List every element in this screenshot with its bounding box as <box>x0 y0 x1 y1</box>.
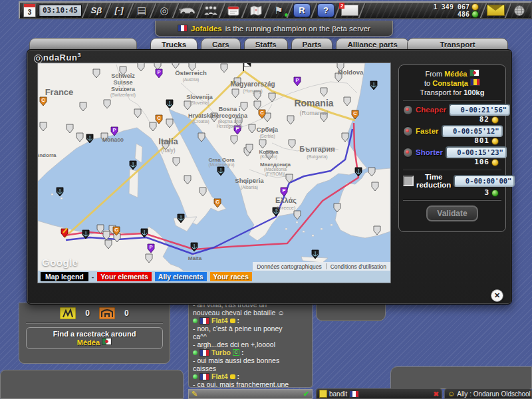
calendar-icon[interactable] <box>225 3 241 18</box>
toolbar-separator <box>82 3 89 18</box>
country-label: Schweiz <box>111 72 135 79</box>
time-reduction-checkbox[interactable] <box>403 176 414 186</box>
ledger-icon[interactable]: ▤ <box>134 3 150 18</box>
radio-faster[interactable] <box>403 126 413 136</box>
stats-icon[interactable]: Sβ <box>88 3 104 18</box>
records-icon[interactable]: R <box>293 3 311 17</box>
bubble-badge-icon <box>230 319 235 323</box>
reduction-cost-line: 3 <box>403 189 501 197</box>
divider <box>403 169 501 170</box>
bandit-chat-bar[interactable]: bandit ✖ <box>316 388 442 399</box>
golf-flag-icon[interactable]: ⚑ <box>271 3 287 18</box>
country-sublabel: (Bulgaria) <box>307 154 327 160</box>
map-canvas[interactable]: CCCCCCPPPPPP⚓⚓⚓⚓⚓⚓⚓⚓⚓⚓⚓⚓⚓FranceSchweizSu… <box>38 63 390 271</box>
country-label: Ελλάς <box>275 196 297 205</box>
cheaper-time-display: 0-00:21'56" <box>449 104 510 116</box>
race-car-icon[interactable] <box>179 3 196 18</box>
country-label: Shqipëria <box>235 177 264 184</box>
map[interactable]: CCCCCCPPPPPP⚓⚓⚓⚓⚓⚓⚓⚓⚓⚓⚓⚓⚓FranceSchweizSu… <box>37 63 391 283</box>
notes-icon[interactable]: 2 <box>341 5 358 16</box>
island <box>61 198 63 200</box>
map-attribution: Données cartographiques Conditions d'uti… <box>253 262 390 271</box>
chat-panel[interactable]: - ah voilà, t'as trouvé unnouveau cheval… <box>188 299 313 388</box>
transport-header: From Médéa to Constanţa Transport for 10… <box>403 69 501 97</box>
svg-text:⚓: ⚓ <box>87 135 93 141</box>
green-coin-icon <box>491 190 499 197</box>
svg-text:C: C <box>215 199 219 205</box>
globe-icon[interactable] <box>511 3 527 18</box>
gold-coin-icon <box>471 3 479 11</box>
from-city: Médéa <box>444 70 467 78</box>
svg-text:⚓: ⚓ <box>178 215 184 221</box>
news-banner: Jofaldes is the running champion on the … <box>155 21 393 37</box>
wheel-icon[interactable]: ◎ <box>156 3 172 18</box>
find-racetrack-button[interactable]: Find a racetrack around Médéa <box>26 327 163 349</box>
country-label: Србија <box>257 126 279 133</box>
ally-chat-bar[interactable]: ☺ Ally : Ondarun Oldschool <box>444 388 532 399</box>
mail-icon[interactable] <box>487 5 505 16</box>
toolbar-separator <box>219 3 226 18</box>
time-reduction-row: Time reduction 0-00:00'00" <box>403 173 501 189</box>
country-label: Hercegovina <box>211 112 248 119</box>
smiley-icon: ☺ <box>448 390 455 398</box>
close-chat-icon[interactable]: ✖ <box>434 390 439 398</box>
map-icon[interactable] <box>248 3 264 18</box>
bracket-icon[interactable]: [-] <box>111 3 127 18</box>
shorter-cost-line: 106 <box>403 158 501 166</box>
close-button[interactable]: ✕ <box>491 289 503 302</box>
racetrack-yellow-icon <box>60 307 76 319</box>
svg-text:⚓: ⚓ <box>218 168 224 174</box>
team-icon[interactable] <box>203 3 219 18</box>
pencil-icon: ✎ <box>192 390 198 398</box>
green-amount: 486 <box>458 11 469 18</box>
background-panel-tab <box>29 38 137 50</box>
chat-username[interactable]: Flat4 <box>211 317 228 325</box>
country-sublabel: (Kosovo) <box>260 154 277 160</box>
chat-input-bar[interactable]: ✎ ✔ <box>188 389 313 399</box>
svg-text:C: C <box>157 115 161 121</box>
radio-cheaper[interactable] <box>403 105 413 115</box>
calendar-day-icon[interactable]: 3 <box>23 3 36 17</box>
help-icon[interactable]: ? <box>317 3 334 17</box>
country-label: Moldova <box>338 68 364 76</box>
faster-cost-line: 801 <box>403 137 501 145</box>
country-label: Italia <box>158 136 178 146</box>
shorter-cost: 106 <box>474 158 489 166</box>
country-label: Hrvatska <box>188 112 214 119</box>
country-label: France <box>45 87 74 97</box>
option-cheaper: Cheaper0-00:21'56" <box>403 104 501 116</box>
country-sublabel: (Switzerland) <box>110 92 136 98</box>
chat-message: - non, c'est à peine un poney <box>193 325 309 332</box>
country-label: Bosna i <box>219 106 241 112</box>
gold-coin-icon <box>491 159 499 166</box>
france-flag-icon <box>349 390 359 398</box>
country-label: Andorra <box>38 152 57 158</box>
transport-dialog: OndaRun3 CCCCCCPPPPPP⚓⚓⚓⚓⚓⚓⚓⚓⚓⚓⚓⚓⚓France… <box>27 49 512 305</box>
chat-username[interactable]: Flat4 <box>211 372 228 380</box>
option-faster: Faster0-00:05'12" <box>403 125 501 137</box>
svg-text:⚓: ⚓ <box>83 231 89 237</box>
country-sublabel: (Slovenia) <box>190 100 209 106</box>
cheaper-label: Cheaper <box>416 106 446 114</box>
country-sublabel: (FYROM)) <box>265 172 285 177</box>
svg-text:C: C <box>114 227 118 233</box>
country-sublabel: (Croatia) <box>192 119 209 124</box>
validate-button[interactable]: Validate <box>426 205 478 221</box>
faster-time-display: 0-00:05'12" <box>442 125 503 137</box>
bubble-badge-icon <box>230 374 235 379</box>
toolbar-separator <box>264 3 271 18</box>
radio-shorter[interactable] <box>403 148 413 158</box>
svg-text:C: C <box>41 97 45 103</box>
attribution-data-link[interactable]: Données cartographiques <box>257 263 321 270</box>
country-label: Monaco <box>102 136 124 143</box>
toolbar-separator <box>150 3 157 18</box>
racetrack-counters: 0 0 <box>26 307 163 319</box>
calendar-day: 3 <box>28 9 32 17</box>
country-label: Slovenija <box>186 94 213 100</box>
country-sublabel: (Austria) <box>183 77 200 82</box>
chat-username[interactable]: Turbo <box>211 348 231 356</box>
attribution-terms-link[interactable]: Conditions d'utilisation <box>331 263 386 270</box>
send-check-icon[interactable]: ✔ <box>303 390 309 398</box>
google-logo: Google <box>42 257 78 268</box>
svg-text:P: P <box>149 244 152 250</box>
